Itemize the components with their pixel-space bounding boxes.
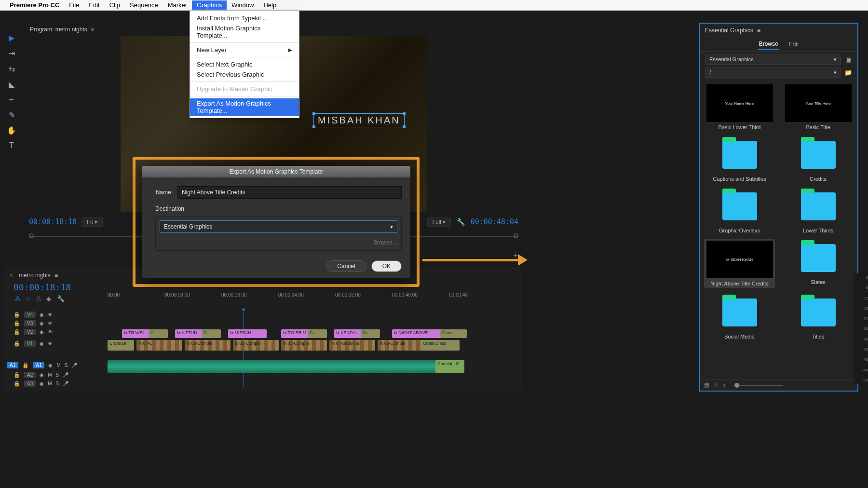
track-v2[interactable]: V2: [24, 329, 36, 335]
mic-icon[interactable]: 🎤: [71, 363, 77, 368]
dd-export-mogrt[interactable]: Export As Motion Graphics Template...: [190, 98, 299, 116]
program-tc-left[interactable]: 00:00:18:18: [29, 217, 77, 226]
menu-clip[interactable]: Clip: [105, 0, 125, 10]
lock-icon[interactable]: 🔒: [22, 362, 29, 368]
transition-clip[interactable]: Cross: [440, 329, 467, 338]
dd-add-fonts[interactable]: Add Fonts from Typekit...: [190, 13, 299, 23]
tab-browse[interactable]: Browse: [758, 39, 779, 50]
menu-marker[interactable]: Marker: [163, 0, 192, 10]
thumb-size-slider[interactable]: [734, 385, 783, 386]
destination-dropdown[interactable]: Essential Graphics▾: [160, 220, 397, 233]
eg-item[interactable]: Credits: [783, 136, 854, 182]
hand-tool-icon[interactable]: ✋: [6, 125, 17, 136]
tab-edit[interactable]: Edit: [788, 39, 800, 50]
src-a1[interactable]: A1: [7, 362, 18, 368]
toggle-icon[interactable]: ◉: [40, 321, 44, 326]
video-clip[interactable]: fx 07-Sadovoe: [329, 340, 375, 351]
lock-icon[interactable]: 🔒: [14, 380, 20, 387]
menu-file[interactable]: File: [64, 0, 84, 10]
zoom-dropdown[interactable]: Full ▾: [427, 217, 451, 227]
type-tool-icon[interactable]: T: [6, 140, 17, 151]
slip-tool-icon[interactable]: ↔: [6, 94, 17, 105]
track-a3[interactable]: A3: [24, 380, 36, 387]
eg-item[interactable]: Social Media: [704, 294, 775, 339]
audio-transition[interactable]: Constant G: [435, 360, 464, 373]
track-v3[interactable]: V3: [24, 320, 36, 326]
fit-dropdown[interactable]: Fit ▾: [81, 217, 102, 227]
markers-icon[interactable]: ⎙: [37, 295, 41, 302]
menu-window[interactable]: Window: [227, 0, 258, 10]
video-clip[interactable]: fx 06-Comple: [378, 340, 423, 351]
transition-clip[interactable]: Cr: [149, 329, 168, 338]
toggle-icon[interactable]: ◉: [40, 312, 44, 317]
menu-sequence[interactable]: Sequence: [125, 0, 163, 10]
eg-item[interactable]: Your Title HereBasic Title: [783, 84, 854, 130]
dd-new-layer[interactable]: New Layer▶: [190, 45, 299, 55]
wrench-icon[interactable]: 🔧: [457, 218, 465, 226]
snap-icon[interactable]: ⁂: [14, 295, 21, 302]
eg-item[interactable]: Lower Thirds: [783, 188, 854, 233]
eg-item[interactable]: Titles: [783, 294, 854, 339]
dd-install-mogrt[interactable]: Install Motion Graphics Template...: [190, 23, 299, 41]
mic-icon[interactable]: 🎤: [63, 381, 68, 386]
audio-clip[interactable]: [108, 360, 464, 373]
ok-button[interactable]: OK: [371, 260, 402, 272]
lock-icon[interactable]: 🔒: [14, 320, 20, 326]
menu-help[interactable]: Help: [258, 0, 281, 10]
track-a1[interactable]: A1: [33, 362, 44, 368]
grid-view-icon[interactable]: ▦: [704, 382, 709, 389]
lock-icon[interactable]: 🔒: [14, 340, 20, 347]
lock-icon[interactable]: 🔒: [14, 312, 20, 318]
menu-edit[interactable]: Edit: [84, 0, 104, 10]
name-input[interactable]: [177, 186, 402, 199]
folder-icon[interactable]: 📁: [844, 68, 853, 77]
panel-menu-icon[interactable]: ≡: [757, 27, 760, 34]
dd-select-next[interactable]: Select Next Graphic: [190, 59, 299, 69]
eg-item[interactable]: Your Name HereBasic Lower Third: [704, 84, 775, 130]
dd-select-prev[interactable]: Select Previous Graphic: [190, 69, 299, 80]
transition-clip[interactable]: Cross Disso: [421, 340, 460, 351]
eg-item[interactable]: Graphic Overlays: [704, 188, 775, 233]
graphics-clip[interactable]: fx MISBAH: [228, 329, 267, 338]
video-clip[interactable]: fx 02-Comple: [185, 340, 231, 351]
list-view-icon[interactable]: ☰: [713, 382, 719, 389]
video-clip[interactable]: fx 01-Comple: [233, 340, 279, 351]
transition-clip[interactable]: Cr: [308, 329, 327, 338]
razor-tool-icon[interactable]: ◣: [6, 79, 17, 89]
panel-menu-icon[interactable]: ≡: [54, 272, 58, 279]
selection-tool-icon[interactable]: ▶: [6, 32, 17, 43]
eg-item[interactable]: Slates: [783, 239, 854, 288]
menu-graphics[interactable]: Graphics: [192, 0, 227, 10]
zoom-out-icon[interactable]: ○: [722, 382, 726, 389]
eg-item[interactable]: MISBAH KHANNight Above Title Credits: [704, 239, 775, 288]
library-icon[interactable]: ▣: [844, 55, 853, 64]
lock-icon[interactable]: 🔒: [14, 329, 20, 335]
mic-icon[interactable]: 🎤: [63, 372, 68, 378]
panel-menu-icon[interactable]: ≡: [91, 27, 94, 32]
lock-icon[interactable]: 🔒: [14, 372, 20, 378]
eye-icon[interactable]: 👁: [48, 329, 53, 335]
title-overlay[interactable]: MISBAH KHAN: [313, 113, 405, 127]
video-clip[interactable]: fx 04-C: [136, 340, 182, 351]
toggle-icon[interactable]: ◉: [40, 341, 44, 346]
track-v1[interactable]: V1: [24, 340, 36, 347]
linked-sel-icon[interactable]: ∩: [27, 295, 31, 302]
transition-clip[interactable]: Cross Di: [108, 340, 134, 351]
track-select-tool-icon[interactable]: ⇥: [6, 48, 17, 58]
marker-add-icon[interactable]: ◆: [46, 295, 51, 302]
toggle-icon[interactable]: ◉: [40, 329, 44, 335]
eye-icon[interactable]: 👁: [48, 321, 53, 326]
settings-icon[interactable]: 🔧: [57, 295, 65, 302]
cancel-button[interactable]: Cancel: [326, 260, 366, 272]
library-dropdown[interactable]: Essential Graphics▾: [705, 54, 841, 65]
track-a2[interactable]: A2: [24, 372, 36, 378]
transition-clip[interactable]: Cr: [202, 329, 221, 338]
eg-item[interactable]: Captions and Subtitles: [704, 136, 775, 182]
eye-icon[interactable]: 👁: [48, 312, 53, 317]
eye-icon[interactable]: 👁: [48, 341, 53, 346]
video-clip[interactable]: fx 03-Comple: [281, 340, 327, 351]
transition-clip[interactable]: Cr: [361, 329, 380, 338]
track-v4[interactable]: V4: [24, 312, 36, 318]
ripple-tool-icon[interactable]: ⇆: [6, 63, 17, 74]
path-dropdown[interactable]: /▾: [705, 68, 841, 78]
